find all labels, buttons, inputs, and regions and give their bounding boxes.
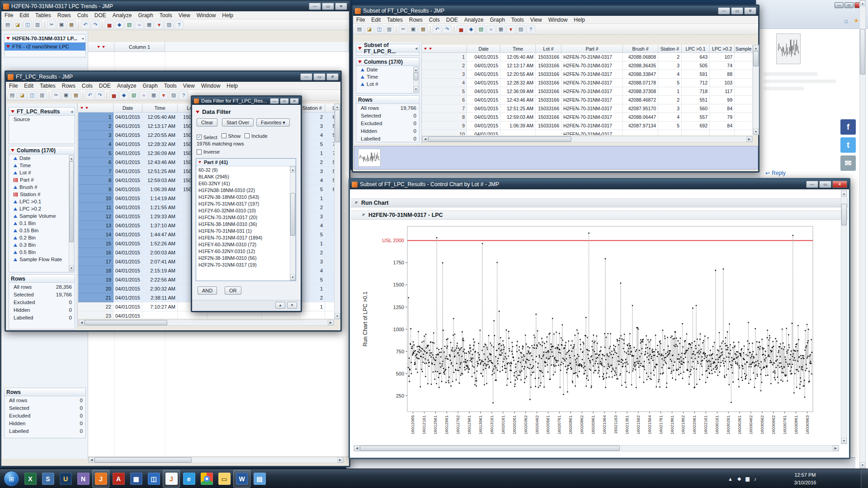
favorites-button[interactable]: Favorites ▾ xyxy=(256,118,290,127)
help-icon[interactable]: ? xyxy=(179,91,188,99)
rows-stat-all-rows[interactable]: All rows19,766 xyxy=(356,104,419,112)
preview-pane[interactable] xyxy=(354,146,758,169)
scrollbar-down-button[interactable]: ▼ xyxy=(290,274,295,280)
table-row[interactable]: 1004/01/2015H2FEN-70-31NM-0317 xyxy=(422,130,753,135)
checkbox-show[interactable]: Show xyxy=(222,133,241,139)
scrollbar-track[interactable] xyxy=(290,173,295,274)
save-icon[interactable]: ◫ xyxy=(23,20,32,29)
taskbar-wordpad[interactable]: ▤ xyxy=(251,470,268,488)
print-icon[interactable]: ▥ xyxy=(385,25,394,33)
menu-tables[interactable]: Tables xyxy=(384,16,406,23)
table-red-triangle-icon[interactable] xyxy=(97,46,100,48)
row-number[interactable]: 22 xyxy=(78,302,113,311)
row-number[interactable]: 10 xyxy=(78,194,113,203)
menu-tools[interactable]: Tools xyxy=(508,16,527,23)
redo-icon[interactable]: ↷ xyxy=(443,25,452,33)
column-item-lot[interactable]: Lot # xyxy=(9,169,75,176)
row-number-header[interactable] xyxy=(78,103,113,113)
maximize-button[interactable]: ▭ xyxy=(819,181,831,188)
taskbar-clock[interactable]: 12:57 PM 3/10/2016 xyxy=(788,471,822,486)
table-row[interactable]: 504/01/201512:36:09 AM15033166H2FEN-70-3… xyxy=(422,87,753,96)
row-number[interactable]: 4 xyxy=(422,79,467,87)
scrollbar-up-button[interactable]: ▲ xyxy=(860,0,865,6)
title-bar[interactable]: FT_LPC_Results - JMP — ▭ ✕ xyxy=(6,72,340,82)
row-number[interactable]: 6 xyxy=(78,158,113,167)
row-number[interactable]: 3 xyxy=(422,70,467,79)
reply-button[interactable]: ↩ Reply xyxy=(765,170,786,176)
rows-panel-header[interactable]: Rows xyxy=(356,96,419,104)
outline-part-group[interactable]: H2FEN-70-31NM-0317 - LPC xyxy=(351,211,848,220)
columns-panel-header[interactable]: Columns (17/0) xyxy=(9,146,75,155)
column-header-date[interactable]: Date xyxy=(467,45,500,53)
red-triangle-icon[interactable] xyxy=(196,111,199,113)
filter-list-scrollbar[interactable]: ▲▼ xyxy=(290,166,296,281)
filter-value-h1f2n-70-31nm-0317-197[interactable]: H1F2N-70-31NM-0317 (197) xyxy=(196,200,290,207)
menu-file[interactable]: File xyxy=(1,12,16,19)
fit-y-by-x-icon[interactable]: ◆ xyxy=(115,20,124,29)
taskbar-chrome[interactable] xyxy=(198,470,215,488)
table-row[interactable]: 404/01/201512:28:32 AM15033166H2FEN-70-3… xyxy=(422,79,753,87)
row-number[interactable]: 1 xyxy=(78,113,113,122)
scrollbar-thumb[interactable] xyxy=(85,320,167,325)
filter-value-h2f2n-38-18nm-0310-56[interactable]: H2F2N-38-18NM-0310 (56) xyxy=(196,254,290,261)
row-number[interactable]: 23 xyxy=(78,311,113,319)
paste-icon[interactable]: ▦ xyxy=(419,25,428,33)
scrollbar-left-button[interactable]: ◀ xyxy=(354,446,360,451)
journal-item-h2fen-70-31nm-0317-lp...[interactable]: H2FEN-70-31NM-0317 LP...◂ xyxy=(5,34,85,42)
print-icon[interactable]: ▥ xyxy=(38,91,47,99)
undo-icon[interactable]: ↶ xyxy=(81,20,90,29)
menu-doe[interactable]: DOE xyxy=(96,82,114,89)
and-button[interactable]: AND xyxy=(198,286,217,295)
scrollbar-track[interactable] xyxy=(428,136,746,142)
menu-file[interactable]: File xyxy=(6,82,21,89)
facebook-share-button[interactable]: f xyxy=(840,119,856,135)
scrollbar-up-button[interactable]: ▲ xyxy=(414,67,418,73)
scrollbar-thumb[interactable] xyxy=(841,204,847,225)
panel-item-source[interactable]: Source xyxy=(9,116,75,123)
row-number[interactable]: 8 xyxy=(78,176,113,185)
taskbar-acrobat-reader[interactable]: A xyxy=(110,470,127,488)
columns-red-triangle-icon[interactable] xyxy=(85,107,88,109)
graph-builder-icon[interactable]: ▧ xyxy=(476,25,486,33)
table-red-triangle-icon[interactable] xyxy=(424,47,427,50)
network-icon[interactable]: ▆ xyxy=(745,476,749,482)
menu-tables[interactable]: Tables xyxy=(32,12,54,19)
row-number[interactable]: 3 xyxy=(78,131,113,140)
scrollbar-left-button[interactable]: ◀ xyxy=(79,320,85,325)
column-header-row-number[interactable] xyxy=(422,45,467,53)
column-header-station[interactable]: Station # xyxy=(658,45,682,53)
favorites-star-icon[interactable]: ★ xyxy=(854,17,859,24)
column-item-0.1-bin[interactable]: 0.1 Bin xyxy=(9,220,75,227)
filter-value-blank-2945[interactable]: BLANK (2945) xyxy=(196,173,290,180)
scrollbar-thumb[interactable] xyxy=(860,29,865,75)
column-item-date[interactable]: Date xyxy=(356,66,419,73)
scrollbar-down-button[interactable]: ▼ xyxy=(414,86,418,92)
table-row[interactable]: 204/01/201512:13:17 AM15033166H2FEN-70-3… xyxy=(422,61,753,70)
row-number[interactable]: 6 xyxy=(422,96,467,104)
scrollbar-track[interactable] xyxy=(753,51,759,129)
filter-value-h1f2n-38-18nm-0310-543[interactable]: H1F2N-38-18NM-0310 (543) xyxy=(196,193,290,200)
column-header-lpc-0.2[interactable]: LPC >0.2 xyxy=(710,45,735,53)
menu-help[interactable]: Help xyxy=(219,12,236,19)
collapse-panel-icon[interactable]: ◂ xyxy=(415,46,417,51)
scrollbar-up-button[interactable]: ▲ xyxy=(841,191,847,197)
close-button[interactable]: ✕ xyxy=(832,181,847,188)
menu-rows[interactable]: Rows xyxy=(59,82,79,89)
taskbar-word[interactable]: W xyxy=(233,470,250,488)
column-header-station[interactable]: Station # xyxy=(300,103,325,113)
rows-stat-labelled[interactable]: Labelled0 xyxy=(9,314,75,321)
table-row[interactable]: 904/01/20151:06:39 AM15033166H2FEN-70-31… xyxy=(422,122,753,130)
scrollbar-right-button[interactable]: ▶ xyxy=(833,446,839,451)
taskbar-blue-app[interactable]: ◫ xyxy=(145,470,162,488)
rows-stat-hidden[interactable]: Hidden0 xyxy=(5,419,85,427)
scrollbar-track[interactable] xyxy=(335,110,340,313)
column-info-icon[interactable]: ▨ xyxy=(165,20,174,29)
scrollbar-track[interactable] xyxy=(860,6,865,462)
scrollbar-track[interactable] xyxy=(94,457,337,463)
scrollbar-thumb[interactable] xyxy=(360,446,620,451)
columns-panel-scrollbar[interactable]: ▲▼ xyxy=(69,155,74,272)
menu-cols[interactable]: Cols xyxy=(426,16,443,23)
browser-scrollbar[interactable]: ▲▼ xyxy=(859,0,866,469)
column-item-time[interactable]: Time xyxy=(9,162,75,169)
column-item-0.2-bin[interactable]: 0.2 Bin xyxy=(9,234,75,241)
